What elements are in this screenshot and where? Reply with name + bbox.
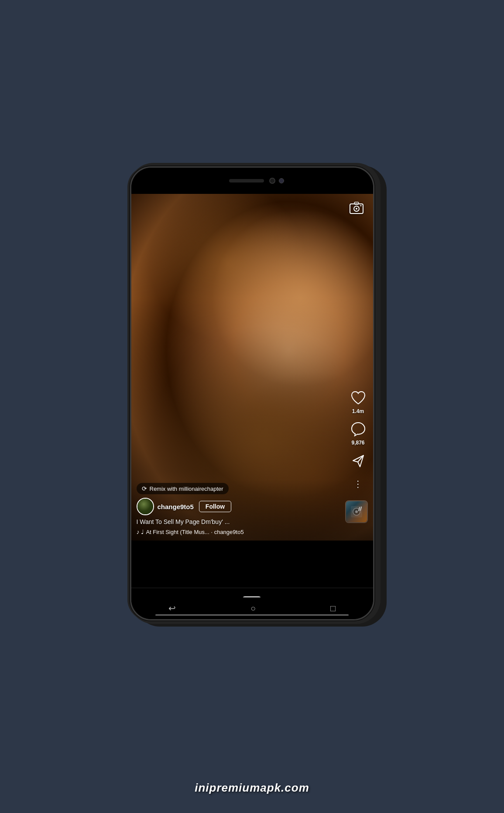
front-camera-indicator [269,178,275,184]
back-button[interactable]: ↩ [168,603,176,613]
like-action[interactable]: 1.4m [349,388,368,414]
svg-rect-3 [354,202,359,204]
phone-frame: 1.4m 9,876 [121,166,383,647]
share-button[interactable] [349,451,368,470]
video-caption: I Want To Sell My Page Dm'buy' ... [137,518,368,527]
svg-point-4 [360,205,361,207]
notch-area [131,168,373,194]
comment-action[interactable]: 9,876 [349,420,368,446]
music-note-icon: ♪ ♩ [137,528,144,535]
like-count: 1.4m [352,408,364,414]
home-button[interactable]: ○ [250,603,256,613]
selfie-camera-indicator [279,178,284,183]
share-action[interactable] [349,451,368,470]
right-actions-panel: 1.4m 9,876 [349,388,368,493]
nav-indicator-line [155,614,349,616]
video-feed[interactable]: 1.4m 9,876 [131,194,373,541]
music-label: At First Sight (Title Mus... · change9to… [146,529,243,535]
comment-count: 9,876 [351,440,364,446]
like-button[interactable] [349,388,368,407]
remix-icon: ⟳ [142,485,147,492]
music-info-row[interactable]: ♪ ♩ At First Sight (Title Mus... · chang… [137,528,368,535]
camera-button[interactable] [348,199,365,217]
recents-button[interactable]: □ [330,603,336,613]
website-label: inipremiumapk.com [195,781,309,795]
user-avatar[interactable] [137,498,154,515]
user-info-row: change9to5 Follow [137,498,368,515]
phone-body: 1.4m 9,876 [130,166,374,620]
avatar-image [137,499,153,514]
remix-text: Remix with millionairechapter [150,486,223,492]
follow-button[interactable]: Follow [199,501,231,512]
screen: 1.4m 9,876 [131,168,373,619]
username-label[interactable]: change9to5 [158,503,194,510]
system-navigation: ↩ ○ □ [131,597,373,619]
comment-button[interactable] [349,420,368,439]
svg-point-2 [356,208,357,210]
speaker-grille [229,179,264,183]
bottom-info-overlay: ⟳ Remix with millionairechapter change9t… [131,479,373,541]
remix-badge[interactable]: ⟳ Remix with millionairechapter [137,483,229,494]
